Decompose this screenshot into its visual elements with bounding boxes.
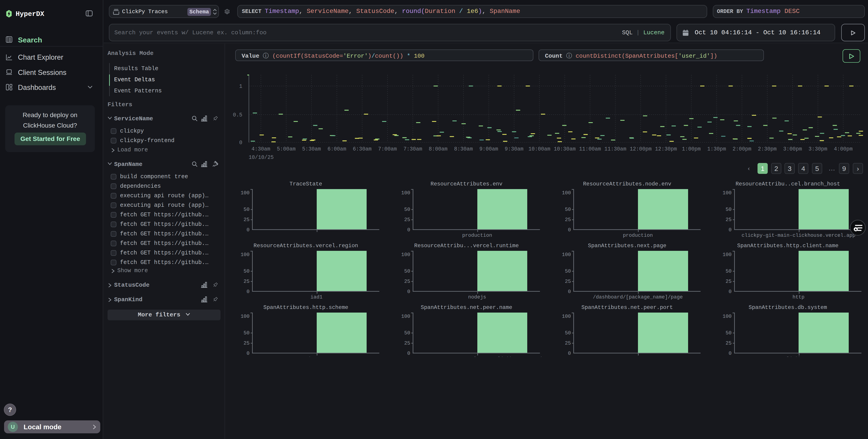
svg-text:1:00pm: 1:00pm (682, 146, 701, 152)
svg-text:10/10/25: 10/10/25 (249, 154, 274, 160)
svg-text:1: 1 (239, 84, 242, 89)
svg-text:9:00am: 9:00am (479, 146, 498, 152)
svg-text:8:30am: 8:30am (454, 146, 473, 152)
svg-text:3:00pm: 3:00pm (783, 146, 802, 152)
svg-text:12:30pm: 12:30pm (655, 146, 677, 152)
svg-text:10:30am: 10:30am (554, 146, 576, 152)
svg-text:6:00am: 6:00am (328, 146, 346, 152)
svg-text:6:30am: 6:30am (353, 146, 372, 152)
svg-text:7:30am: 7:30am (403, 146, 422, 152)
svg-text:0.5: 0.5 (233, 112, 242, 118)
svg-text:2:00pm: 2:00pm (733, 146, 751, 152)
svg-text:11:00am: 11:00am (579, 146, 601, 152)
svg-text:5:00am: 5:00am (277, 146, 296, 152)
svg-text:0: 0 (239, 140, 242, 146)
svg-text:7:00am: 7:00am (378, 146, 397, 152)
svg-text:1:30pm: 1:30pm (707, 146, 726, 152)
svg-text:12:00pm: 12:00pm (630, 146, 652, 152)
svg-text:5:30am: 5:30am (302, 146, 321, 152)
svg-text:8:00am: 8:00am (429, 146, 447, 152)
svg-text:2:30pm: 2:30pm (758, 146, 777, 152)
svg-text:9:30am: 9:30am (505, 146, 524, 152)
svg-text:11:30am: 11:30am (604, 146, 626, 152)
svg-text:3:30pm: 3:30pm (809, 146, 827, 152)
svg-text:4:00pm: 4:00pm (834, 146, 852, 152)
svg-text:4:30am: 4:30am (252, 146, 271, 152)
svg-text:10:00am: 10:00am (528, 146, 550, 152)
